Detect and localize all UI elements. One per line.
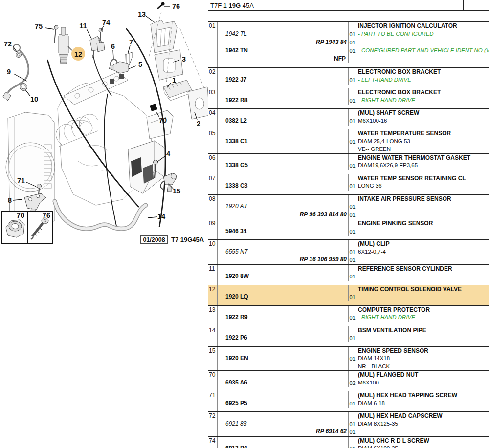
part-cell: 1922 R9 xyxy=(218,314,349,322)
part-title: (MUL) HEX HEAD CAPSCREW xyxy=(356,412,489,420)
part-cell: RP 1943 84 xyxy=(218,39,349,47)
table-row[interactable]: 72 (MUL) HEX HEAD CAPSCREW6921 8301DIAM … xyxy=(208,412,489,437)
part-title: WATER TEMPERATURE SENSOR xyxy=(356,129,489,138)
callout-label-9[interactable]: 9 xyxy=(7,68,11,76)
desc-cell: M6X100-16 xyxy=(356,117,489,126)
callout-label-11[interactable]: 11 xyxy=(79,22,87,30)
table-row[interactable]: 04 (MUL) SHAFT SCREW0382 L201M6X100-16 xyxy=(208,109,489,129)
part-title-text: (MUL) FLANGED NUT xyxy=(358,371,418,378)
table-row[interactable]: 10 (MUL) CLIP6555 N7016X12-0,7-4RP 16 10… xyxy=(208,240,489,265)
desc-detail: DIAM 6X100-25 xyxy=(358,445,398,448)
row-index: 72 xyxy=(208,412,218,436)
table-row[interactable]: 07 WATER TEMP SENSOR RETAINING CL1338 C3… xyxy=(208,174,489,195)
callout-label-13[interactable]: 13 xyxy=(138,10,146,18)
callout-label-6[interactable]: 6 xyxy=(111,43,115,50)
row-index: 05 xyxy=(208,129,218,153)
callout-label-1[interactable]: 1 xyxy=(172,76,176,84)
part-title: INJECTOR IGNITION CALCULATOR xyxy=(356,22,489,30)
callout-label-70[interactable]: 70 xyxy=(159,116,167,124)
part-cell xyxy=(218,154,349,162)
callout-label-4[interactable]: 4 xyxy=(166,150,170,158)
part-title-text: REFERENCE SENSOR CYLINDER xyxy=(358,265,452,272)
part-number: RP 6914 62 xyxy=(225,428,348,436)
qty-cell: 01 xyxy=(349,445,356,448)
part-title-text: INTAKE AIR PRESSURE SENSOR xyxy=(358,195,451,202)
callout-label-2[interactable]: 2 xyxy=(197,120,200,128)
table-row[interactable]: 01 INJECTOR IGNITION CALCULATOR1942 TL01… xyxy=(208,22,489,68)
table-row[interactable]: 05 WATER TEMPERATURE SENSOR1338 C101DIAM… xyxy=(208,129,489,154)
desc-cell xyxy=(356,55,489,63)
part-cell: 1922 J7 xyxy=(218,76,349,85)
part-cell xyxy=(218,412,349,420)
table-row[interactable]: 15 ENGINE SPEED SENSOR1920 EN01DIAM 14X1… xyxy=(208,347,489,371)
qty-cell xyxy=(349,195,356,203)
callout-label-74[interactable]: 74 xyxy=(102,19,110,26)
qty-cell: 01 xyxy=(349,293,356,301)
table-row[interactable]: 08 INTAKE AIR PRESSURE SENSOR1920 AJ01RP… xyxy=(208,195,489,220)
callout-label-7[interactable]: 7 xyxy=(129,38,133,46)
table-row[interactable]: 12 TIMING CONTROL SOLENOID VALVE1920 LQ0… xyxy=(208,285,489,306)
callout-label-75[interactable]: 75 xyxy=(35,22,43,30)
part-cell: 6913 P4 xyxy=(218,445,349,448)
qty-cell xyxy=(349,146,356,153)
part-title-text: TIMING CONTROL SOLENOID VALVE xyxy=(358,286,462,293)
qty-cell: 01 xyxy=(349,273,356,281)
callout-label-72[interactable]: 72 xyxy=(4,40,12,48)
row-index: 13 xyxy=(208,306,218,326)
part-cell xyxy=(218,391,349,400)
part-cell: 6555 N7 xyxy=(218,248,349,256)
qty-cell xyxy=(349,240,356,248)
callout-label-12[interactable]: 12 xyxy=(74,50,82,58)
part-cell: 1920 8W xyxy=(218,273,349,281)
callout-label-10[interactable]: 10 xyxy=(30,95,38,103)
desc-detail: NR-- BLACK xyxy=(358,363,390,369)
part-title: BSM VENTILATION PIPE xyxy=(356,326,489,335)
part-title-text: COMPUTER PROTECTOR xyxy=(358,306,430,313)
part-cell: 1942 TL xyxy=(218,30,349,39)
qty-cell xyxy=(349,347,356,355)
part-number: 6555 N7 xyxy=(225,248,247,255)
table-row[interactable]: 11 REFERENCE SENSOR CYLINDER1920 8W01 xyxy=(208,265,489,285)
desc-cell: M6X100 xyxy=(356,379,489,387)
table-row[interactable]: 09 ENGINE PINKING SENSOR5946 3401 xyxy=(208,219,489,240)
desc-cell: - RIGHT HAND DRIVE xyxy=(356,314,489,322)
table-row[interactable]: 71 (MUL) HEX HEAD TAPPING SCREW6925 P501… xyxy=(208,391,489,412)
table-row[interactable]: 74 (MUL) CHC R D L SCREW6913 P401DIAM 6X… xyxy=(208,437,489,448)
callout-label-14[interactable]: 14 xyxy=(157,213,165,220)
table-row[interactable]: 03 ELECTRONIC BOX BRACKET1922 R801- RIGH… xyxy=(208,88,489,109)
part-cell xyxy=(218,22,349,30)
doc-code: T7F 1 19G 45A xyxy=(210,2,254,9)
part-cell xyxy=(218,285,349,294)
part-cell: NFP xyxy=(218,55,349,63)
callout-label-76[interactable]: 76 xyxy=(172,2,180,10)
part-number: 1920 AJ xyxy=(225,203,247,210)
callout-label-15[interactable]: 15 xyxy=(173,187,180,195)
qty-cell xyxy=(349,88,356,97)
table-row[interactable]: 70 (MUL) FLANGED NUT6935 A602M6X100 xyxy=(208,371,489,391)
part-number: 1942 TL xyxy=(225,30,247,37)
callout-label-8[interactable]: 8 xyxy=(8,196,12,204)
desc-note: - RIGHT HAND DRIVE xyxy=(358,314,415,320)
desc-cell xyxy=(356,293,489,301)
table-row[interactable]: 06 ENGINE WATER THERMOSTAT GASKET1338 G5… xyxy=(208,154,489,174)
desc-cell: DIAM 6X100-25 xyxy=(356,445,489,448)
part-cell: 1338 C3 xyxy=(218,182,349,191)
desc-cell xyxy=(356,39,489,47)
table-row[interactable]: 02 ELECTRONIC BOX BRACKET1922 J701- LEFT… xyxy=(208,68,489,88)
callout-label-71[interactable]: 71 xyxy=(17,177,25,185)
part-title-text: (MUL) HEX HEAD CAPSCREW xyxy=(358,412,443,419)
part-title: (MUL) FLANGED NUT xyxy=(356,371,489,379)
part-cell xyxy=(218,109,349,117)
callout-label-5[interactable]: 5 xyxy=(138,61,142,68)
callout-label-3[interactable]: 3 xyxy=(182,55,186,63)
table-row[interactable]: 13 COMPUTER PROTECTOR1922 R901- RIGHT HA… xyxy=(208,306,489,326)
desc-detail: LONG 36 xyxy=(358,183,382,189)
caption-code: T7 19G45A xyxy=(171,236,204,243)
qty-cell: 01 xyxy=(349,76,356,85)
part-title: ELECTRONIC BOX BRACKET xyxy=(356,88,489,97)
qty-cell xyxy=(349,68,356,76)
row-index: 03 xyxy=(208,88,218,108)
part-cell xyxy=(218,363,349,371)
table-row[interactable]: 14 BSM VENTILATION PIPE1922 P601 xyxy=(208,326,489,347)
row-index: 04 xyxy=(208,109,218,129)
